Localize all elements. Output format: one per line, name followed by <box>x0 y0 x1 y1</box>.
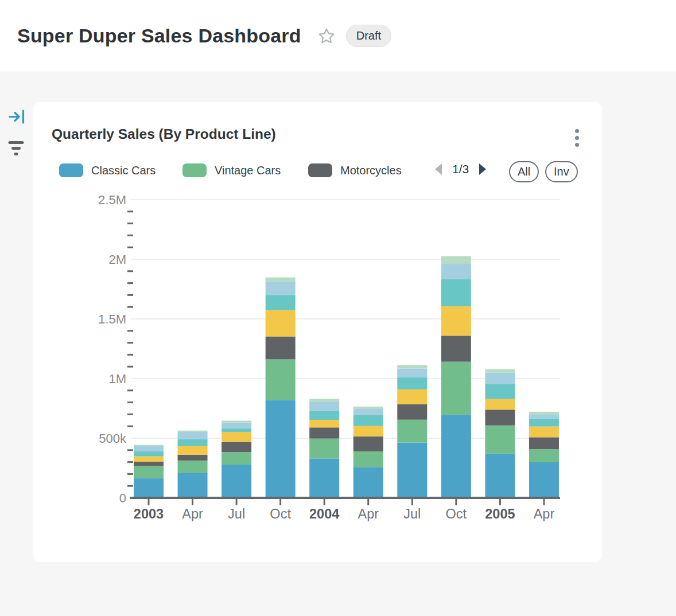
legend-page-indicator: 1/3 <box>452 162 469 176</box>
svg-text:Oct: Oct <box>270 506 291 521</box>
legend-pager: 1/3 <box>434 162 487 176</box>
legend-next-button[interactable] <box>478 163 487 176</box>
legend-item-vintage-cars[interactable]: Vintage Cars <box>182 163 281 177</box>
svg-text:Apr: Apr <box>182 506 203 521</box>
status-badge: Draft <box>346 25 391 47</box>
select-all-button[interactable]: All <box>509 161 539 182</box>
filter-icon <box>8 141 24 157</box>
star-icon <box>317 27 336 45</box>
svg-text:2005: 2005 <box>485 506 515 521</box>
legend-prev-button[interactable] <box>434 163 443 176</box>
svg-text:2004: 2004 <box>309 506 339 521</box>
svg-text:Apr: Apr <box>358 506 379 521</box>
svg-text:2.5M: 2.5M <box>98 193 126 207</box>
legend-item-motorcycles[interactable]: Motorcycles <box>308 163 402 177</box>
svg-text:0: 0 <box>119 491 126 505</box>
svg-text:1M: 1M <box>108 372 126 386</box>
svg-text:2003: 2003 <box>134 506 164 521</box>
legend-label: Classic Cars <box>91 164 156 177</box>
chevron-left-icon <box>434 163 443 176</box>
svg-text:500k: 500k <box>99 431 127 446</box>
page-header: Super Duper Sales Dashboard Draft <box>0 0 676 72</box>
kebab-dot <box>575 136 579 140</box>
svg-text:Jul: Jul <box>403 506 421 521</box>
filter-button[interactable] <box>8 141 24 159</box>
svg-text:2M: 2M <box>108 252 126 267</box>
arrow-to-bar-icon <box>8 108 25 125</box>
expand-panel-button[interactable] <box>8 108 25 127</box>
legend-item-classic-cars[interactable]: Classic Cars <box>59 163 156 177</box>
svg-text:Apr: Apr <box>534 506 555 521</box>
legend-swatch <box>308 163 332 177</box>
legend-label: Vintage Cars <box>215 164 281 177</box>
kebab-dot <box>575 129 579 133</box>
invert-selection-button[interactable]: Inv <box>545 161 578 182</box>
legend-label: Motorcycles <box>340 164 402 177</box>
legend-swatch <box>59 163 83 177</box>
svg-text:1.5M: 1.5M <box>98 312 126 326</box>
favorite-star-button[interactable] <box>317 27 336 45</box>
quarterly-sales-stacked-bar-chart[interactable]: 0500k1M1.5M2M2.5M2003AprJulOct2004AprJul… <box>91 188 573 532</box>
svg-text:Jul: Jul <box>228 506 245 521</box>
svg-text:Oct: Oct <box>446 506 467 521</box>
chart-title: Quarterly Sales (By Product Line) <box>52 126 276 142</box>
kebab-dot <box>575 143 579 147</box>
card-menu-button[interactable] <box>571 126 582 149</box>
chevron-right-icon <box>478 163 487 176</box>
chart-card: Quarterly Sales (By Product Line) Classi… <box>33 102 602 562</box>
page-title: Super Duper Sales Dashboard <box>17 25 301 47</box>
legend-swatch <box>182 163 207 177</box>
